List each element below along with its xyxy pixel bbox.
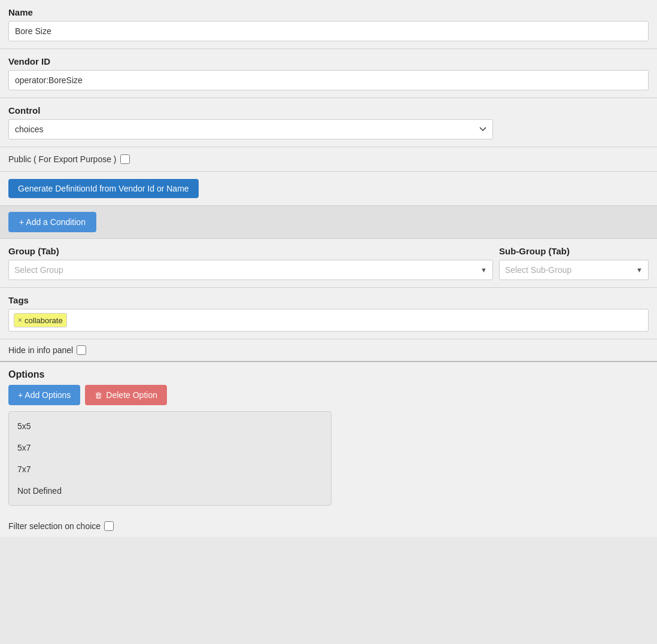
group-select[interactable] xyxy=(8,260,493,280)
hide-info-label: Hide in info panel xyxy=(8,345,73,355)
public-label: Public ( For Export Purpose ) xyxy=(8,154,117,164)
generate-button[interactable]: Generate DefinitionId from Vendor Id or … xyxy=(8,179,199,198)
generate-section: Generate DefinitionId from Vendor Id or … xyxy=(0,172,657,206)
group-tab-label: Group (Tab) xyxy=(8,246,493,256)
add-condition-section: + Add a Condition xyxy=(0,206,657,239)
public-checkbox[interactable] xyxy=(120,154,130,164)
tag-value: collaborate xyxy=(25,316,63,325)
tags-section: Tags × collaborate xyxy=(0,288,657,339)
tags-label: Tags xyxy=(8,295,649,305)
list-item[interactable]: 5x5 xyxy=(9,415,331,437)
add-condition-button[interactable]: + Add a Condition xyxy=(8,212,96,232)
list-item[interactable]: 7x7 xyxy=(9,458,331,480)
options-buttons: + Add Options 🗑 Delete Option xyxy=(8,385,649,405)
group-select-wrapper: ▼ Select Group xyxy=(8,260,493,280)
hide-info-checkbox[interactable] xyxy=(77,345,86,355)
list-item[interactable]: 5x7 xyxy=(9,437,331,458)
add-options-button[interactable]: + Add Options xyxy=(8,385,80,405)
options-section: Options + Add Options 🗑 Delete Option 5x… xyxy=(0,362,657,515)
options-title: Options xyxy=(8,369,649,380)
tag-item: × collaborate xyxy=(14,313,67,327)
public-section: Public ( For Export Purpose ) xyxy=(0,147,657,172)
trash-icon: 🗑 xyxy=(95,391,102,400)
tag-remove-icon[interactable]: × xyxy=(18,316,22,324)
group-section: Group (Tab) ▼ Select Group Sub-Group (Ta… xyxy=(0,239,657,288)
name-label: Name xyxy=(8,7,649,17)
filter-section: Filter selection on choice xyxy=(0,515,657,537)
subgroup-tab-label: Sub-Group (Tab) xyxy=(499,246,649,256)
options-listbox: 5x55x77x7Not Defined xyxy=(8,411,331,506)
control-select[interactable]: choices text number date boolean xyxy=(8,119,493,139)
tags-input-area[interactable]: × collaborate xyxy=(8,309,649,332)
hide-info-section: Hide in info panel xyxy=(0,339,657,362)
subgroup-select[interactable] xyxy=(499,260,649,280)
filter-checkbox[interactable] xyxy=(104,521,114,531)
control-section: Control choices text number date boolean xyxy=(0,98,657,147)
list-item[interactable]: Not Defined xyxy=(9,480,331,502)
vendor-id-section: Vendor ID xyxy=(0,49,657,98)
vendor-id-input[interactable] xyxy=(8,70,649,90)
control-label: Control xyxy=(8,105,649,116)
name-section: Name xyxy=(0,0,657,49)
filter-label: Filter selection on choice xyxy=(8,521,101,531)
subgroup-select-wrapper: ▼ Select Sub-Group xyxy=(499,260,649,280)
delete-option-button[interactable]: 🗑 Delete Option xyxy=(85,385,167,405)
vendor-id-label: Vendor ID xyxy=(8,56,649,66)
name-input[interactable] xyxy=(8,21,649,41)
delete-option-label: Delete Option xyxy=(106,390,157,400)
